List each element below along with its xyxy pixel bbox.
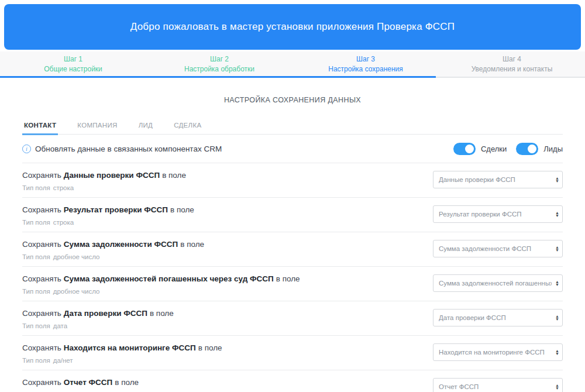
step-label: Настройка сохранения [328, 65, 403, 73]
field-select[interactable]: Сумма задолженностей погашенных через су… [433, 274, 563, 292]
field-type: Тип поля строка [22, 184, 186, 192]
tab-company[interactable]: КОМПАНИЯ [75, 119, 119, 135]
label-prefix: Сохранять [22, 170, 61, 181]
field-save-label: Сохранять Результат проверки ФССП в поле [22, 205, 194, 215]
field-select-value: Находится на мониторинге ФССП [439, 349, 552, 356]
field-save-label: Сохранять Данные проверки ФССП в поле [22, 170, 186, 181]
field-save-label: Сохранять Сумма задолженности ФССП в пол… [22, 239, 204, 250]
field-type-prefix: Тип поля [22, 253, 50, 261]
field-type-prefix: Тип поля [22, 287, 50, 295]
field-type-value: да/нет [53, 356, 73, 365]
label-prefix: Сохранять [22, 205, 61, 215]
label-suffix: в поле [150, 308, 174, 319]
wizard-banner: Добро пожаловать в мастер установки прил… [4, 4, 581, 50]
field-select-value: Сумма задолженности ФССП [439, 245, 552, 252]
info-circle-icon[interactable]: i [22, 145, 31, 153]
step-4-notifications[interactable]: Шаг 4 Уведомления и контакты [439, 51, 585, 77]
field-mapping-row-4: Сохранять Дата проверки ФССП в поле Тип … [22, 301, 563, 336]
field-name: Данные проверки ФССП [64, 170, 160, 181]
field-type: Тип поля да/нет [22, 356, 222, 365]
field-type-value: дробное число [53, 287, 100, 295]
tab-contact[interactable]: КОНТАКТ [22, 119, 58, 135]
field-select-value: Результат проверки ФССП [439, 211, 552, 218]
toggle-knob [464, 143, 475, 154]
field-type-prefix: Тип поля [22, 218, 50, 226]
field-name: Сумма задолженности ФССП [64, 239, 178, 250]
step-label: Общие настройки [44, 65, 102, 73]
tab-deal[interactable]: СДЕЛКА [172, 119, 203, 135]
field-mapping-row-3: Сохранять Сумма задолженностей погашенны… [22, 267, 563, 301]
step-number: Шаг 3 [356, 55, 375, 63]
up-down-arrows-icon: ▲▼ [555, 349, 559, 355]
field-select[interactable]: Дата проверки ФССП ▲▼ [433, 309, 563, 326]
main-content: НАСТРОЙКА СОХРАНЕНИЯ ДАННЫХ КОНТАКТ КОМП… [22, 79, 563, 392]
step-bar: Шаг 1 Общие настройки Шаг 2 Настройка об… [0, 51, 585, 78]
label-prefix: Сохранять [22, 274, 61, 284]
up-down-arrows-icon: ▲▼ [555, 177, 559, 183]
entity-tabs: КОНТАКТ КОМПАНИЯ ЛИД СДЕЛКА [22, 119, 563, 135]
tab-lead[interactable]: ЛИД [137, 119, 155, 135]
leads-toggle[interactable] [516, 143, 538, 155]
field-name: Результат проверки ФССП [64, 205, 168, 215]
field-mapping-row-0: Сохранять Данные проверки ФССП в поле Ти… [22, 163, 563, 198]
step-progress-indicator [0, 76, 436, 78]
field-name: Находится на мониторинге ФССП [64, 343, 196, 353]
up-down-arrows-icon: ▲▼ [555, 280, 559, 286]
field-select-value: Сумма задолженностей погашенных через су… [439, 280, 552, 287]
crm-update-row: i Обновлять данные в связанных компонент… [22, 135, 563, 163]
leads-toggle-label: Лиды [543, 145, 563, 153]
label-suffix: в поле [198, 343, 222, 353]
step-1-general[interactable]: Шаг 1 Общие настройки [0, 51, 146, 77]
field-save-label: Сохранять Дата проверки ФССП в поле [22, 308, 174, 319]
field-select[interactable]: Сумма задолженности ФССП ▲▼ [433, 240, 563, 257]
field-mapping-row-2: Сохранять Сумма задолженности ФССП в пол… [22, 232, 563, 267]
label-prefix: Сохранять [22, 239, 61, 250]
page-title: НАСТРОЙКА СОХРАНЕНИЯ ДАННЫХ [22, 96, 563, 104]
field-select[interactable]: Результат проверки ФССП ▲▼ [433, 205, 563, 223]
label-prefix: Сохранять [22, 377, 61, 388]
field-mapping-row-5: Сохранять Находится на мониторинге ФССП … [22, 336, 563, 370]
label-suffix: в поле [162, 170, 186, 181]
field-select[interactable]: Данные проверки ФССП ▲▼ [433, 171, 563, 188]
field-type: Тип поля дробное число [22, 253, 204, 261]
field-select[interactable]: Отчет ФССП ▲▼ [433, 378, 563, 392]
field-type-value: дробное число [53, 253, 100, 261]
field-select[interactable]: Находится на мониторинге ФССП ▲▼ [433, 343, 563, 361]
wizard-title: Добро пожаловать в мастер установки прил… [130, 21, 455, 33]
label-suffix: в поле [170, 205, 194, 215]
field-type-prefix: Тип поля [22, 356, 50, 365]
step-label: Настройка обработки [184, 65, 254, 73]
step-2-processing[interactable]: Шаг 2 Настройка обработки [146, 51, 292, 77]
field-type-prefix: Тип поля [22, 322, 50, 330]
field-type-prefix: Тип поля [22, 184, 50, 192]
field-save-label: Сохранять Находится на мониторинге ФССП … [22, 343, 222, 353]
up-down-arrows-icon: ▲▼ [555, 384, 559, 390]
field-save-label: Сохранять Сумма задолженностей погашенны… [22, 274, 300, 284]
field-name: Отчет ФССП [64, 377, 112, 388]
field-name: Дата проверки ФССП [64, 308, 147, 319]
label-prefix: Сохранять [22, 308, 61, 319]
field-type-value: дата [53, 322, 67, 330]
field-mapping-row-6: Сохранять Отчет ФССП в поле Тип поля фай… [22, 370, 563, 392]
up-down-arrows-icon: ▲▼ [555, 246, 559, 252]
up-down-arrows-icon: ▲▼ [555, 315, 559, 321]
field-type: Тип поля дата [22, 322, 174, 330]
field-select-value: Отчет ФССП [439, 383, 552, 390]
crm-update-label: Обновлять данные в связанных компонентах… [35, 145, 222, 153]
field-name: Сумма задолженностей погашенных через су… [64, 274, 274, 284]
label-suffix: в поле [115, 377, 139, 388]
deals-toggle[interactable] [453, 143, 476, 155]
field-mapping-row-1: Сохранять Результат проверки ФССП в поле… [22, 198, 563, 232]
step-label: Уведомления и контакты [472, 65, 553, 73]
field-type: Тип поля дробное число [22, 287, 300, 295]
field-mapping-list: Сохранять Данные проверки ФССП в поле Ти… [22, 163, 563, 392]
field-type-value: строка [53, 184, 74, 192]
deals-toggle-label: Сделки [481, 145, 507, 153]
field-save-label: Сохранять Отчет ФССП в поле [22, 377, 139, 388]
step-number: Шаг 4 [503, 55, 521, 63]
up-down-arrows-icon: ▲▼ [555, 211, 559, 217]
step-3-saving[interactable]: Шаг 3 Настройка сохранения [292, 51, 439, 77]
label-prefix: Сохранять [22, 343, 61, 353]
label-suffix: в поле [276, 274, 300, 284]
field-select-value: Дата проверки ФССП [439, 314, 552, 321]
